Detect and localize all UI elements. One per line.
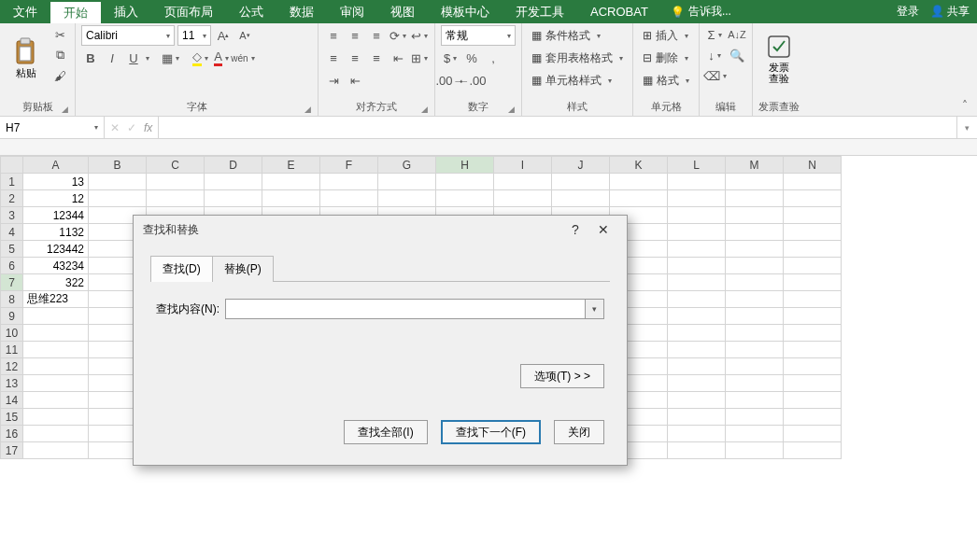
tell-me[interactable]: 💡 告诉我... — [661, 0, 741, 23]
cell-M1[interactable] — [726, 174, 784, 190]
cell-N5[interactable] — [784, 241, 842, 258]
name-box[interactable]: H7 ▾ — [0, 117, 105, 138]
cell-A13[interactable] — [23, 375, 89, 392]
row-header-4[interactable]: 4 — [1, 224, 23, 241]
cell-N6[interactable] — [784, 258, 842, 274]
dialog-help-button[interactable]: ? — [561, 218, 589, 241]
accounting-format-button[interactable]: $ — [441, 49, 460, 67]
row-header-6[interactable]: 6 — [1, 258, 23, 274]
cell-A15[interactable] — [23, 409, 89, 426]
align-middle-button[interactable]: ≡ — [346, 26, 364, 45]
cell-N11[interactable] — [784, 342, 842, 358]
cell-M7[interactable] — [726, 274, 784, 291]
row-header-15[interactable]: 15 — [1, 409, 23, 426]
clear-button[interactable]: ⌫ — [705, 66, 724, 85]
cell-D1[interactable] — [205, 174, 262, 190]
clipboard-launcher[interactable]: ◢ — [60, 105, 69, 114]
cell-A6[interactable]: 43234 — [23, 258, 89, 274]
paste-button[interactable]: 粘贴 — [6, 25, 47, 92]
cell-M11[interactable] — [726, 342, 784, 358]
col-header-C[interactable]: C — [147, 157, 205, 174]
cell-A2[interactable]: 12 — [23, 190, 89, 207]
cell-L1[interactable] — [668, 174, 726, 190]
cell-L13[interactable] — [668, 375, 726, 392]
cell-A11[interactable] — [23, 342, 89, 358]
sort-filter-button[interactable]: A↓Z — [728, 25, 746, 44]
cell-L14[interactable] — [668, 392, 726, 409]
tab-template[interactable]: 模板中心 — [428, 0, 503, 23]
cell-N13[interactable] — [784, 375, 842, 392]
tab-file[interactable]: 文件 — [0, 0, 50, 23]
cell-M10[interactable] — [726, 325, 784, 342]
cell-A14[interactable] — [23, 392, 89, 409]
cell-K2[interactable] — [610, 190, 668, 207]
format-painter-button[interactable]: 🖌 — [50, 66, 69, 85]
collapse-ribbon-button[interactable]: ˄ — [956, 97, 973, 114]
col-header-H[interactable]: H — [436, 157, 494, 174]
cell-L12[interactable] — [668, 358, 726, 375]
cell-N9[interactable] — [784, 308, 842, 325]
format-table-button[interactable]: ▦套用表格格式 — [528, 48, 627, 68]
cell-L11[interactable] — [668, 342, 726, 358]
number-launcher[interactable]: ◢ — [506, 105, 516, 114]
tab-formulas[interactable]: 公式 — [226, 0, 276, 23]
col-header-D[interactable]: D — [205, 157, 262, 174]
cell-M14[interactable] — [726, 392, 784, 409]
cell-N3[interactable] — [784, 207, 842, 224]
cell-C2[interactable] — [147, 190, 205, 207]
tab-view[interactable]: 视图 — [377, 0, 428, 23]
cell-J1[interactable] — [552, 174, 610, 190]
cell-M16[interactable] — [726, 426, 784, 442]
copy-button[interactable]: ⧉ — [50, 46, 69, 64]
login-link[interactable]: 登录 — [897, 4, 919, 20]
col-header-G[interactable]: G — [378, 157, 436, 174]
decrease-font-button[interactable]: A▾ — [235, 26, 254, 45]
cell-L4[interactable] — [668, 224, 726, 241]
align-top-button[interactable]: ≡ — [324, 26, 343, 45]
cell-M9[interactable] — [726, 308, 784, 325]
cell-N1[interactable] — [784, 174, 842, 190]
cell-N17[interactable] — [784, 442, 842, 459]
cell-A16[interactable] — [23, 426, 89, 442]
find-select-button[interactable]: 🔍 — [728, 46, 746, 64]
cell-B2[interactable] — [89, 190, 147, 207]
wrap-text-button[interactable]: ↩ — [410, 26, 429, 45]
select-all-corner[interactable] — [1, 157, 23, 174]
cell-M13[interactable] — [726, 375, 784, 392]
row-header-9[interactable]: 9 — [1, 308, 23, 325]
cell-A5[interactable]: 123442 — [23, 241, 89, 258]
cell-A17[interactable] — [23, 442, 89, 459]
font-size-combo[interactable]: 11▾ — [177, 25, 211, 46]
comma-button[interactable]: , — [484, 49, 503, 67]
col-header-N[interactable]: N — [784, 157, 842, 174]
close-button[interactable]: 关闭 — [554, 420, 604, 444]
percent-button[interactable]: % — [462, 49, 481, 67]
cell-A10[interactable] — [23, 325, 89, 342]
tab-home[interactable]: 开始 — [50, 0, 101, 23]
cell-I1[interactable] — [494, 174, 552, 190]
tab-acrobat[interactable]: ACROBAT — [577, 0, 661, 23]
merge-button[interactable]: ⊞ — [410, 49, 429, 67]
cell-L8[interactable] — [668, 291, 726, 308]
cell-G1[interactable] — [378, 174, 436, 190]
tab-replace[interactable]: 替换(P) — [212, 256, 274, 282]
find-next-button[interactable]: 查找下一个(F) — [441, 420, 541, 444]
cell-K1[interactable] — [610, 174, 668, 190]
cell-N12[interactable] — [784, 358, 842, 375]
formula-input[interactable] — [159, 117, 956, 138]
cell-B1[interactable] — [89, 174, 147, 190]
cell-D2[interactable] — [205, 190, 262, 207]
share-button[interactable]: 👤 共享 — [930, 4, 970, 20]
cell-E2[interactable] — [262, 190, 320, 207]
cell-L9[interactable] — [668, 308, 726, 325]
conditional-format-button[interactable]: ▦条件格式 — [528, 25, 627, 46]
border-button[interactable]: ▦ — [161, 49, 179, 67]
row-header-11[interactable]: 11 — [1, 342, 23, 358]
insert-cells-button[interactable]: ⊞插入 — [639, 25, 693, 46]
tab-page-layout[interactable]: 页面布局 — [151, 0, 226, 23]
options-button[interactable]: 选项(T) > > — [520, 364, 604, 388]
cut-button[interactable]: ✂ — [50, 25, 69, 44]
decrease-indent-2-button[interactable]: ⇤ — [346, 71, 364, 90]
col-header-B[interactable]: B — [89, 157, 147, 174]
col-header-J[interactable]: J — [552, 157, 610, 174]
